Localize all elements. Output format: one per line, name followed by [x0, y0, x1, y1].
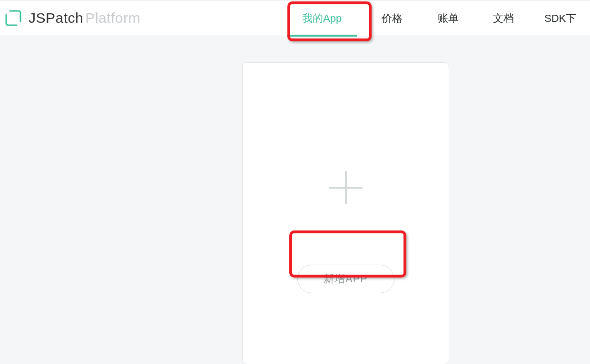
brand-suffix: Platform: [85, 10, 140, 26]
nav-pricing[interactable]: 价格: [364, 0, 421, 37]
nav-my-app[interactable]: 我的App: [282, 0, 362, 37]
brand[interactable]: JSPatchPlatform: [5, 10, 140, 27]
add-app-card: 新增APP: [242, 62, 449, 364]
main: 新增APP: [0, 36, 590, 364]
add-app-button[interactable]: 新增APP: [297, 265, 394, 293]
brand-text: JSPatchPlatform: [29, 10, 140, 26]
top-nav: 我的App 价格 账单 文档 SDK下: [284, 0, 590, 37]
brand-name: JSPatch: [29, 10, 83, 26]
nav-bills[interactable]: 账单: [421, 0, 476, 37]
logo-icon: [5, 10, 22, 27]
nav-sdk-download[interactable]: SDK下: [531, 0, 581, 37]
plus-icon: [329, 171, 363, 204]
header: JSPatchPlatform 我的App 价格 账单 文档 SDK下: [0, 0, 590, 36]
nav-docs[interactable]: 文档: [476, 0, 531, 37]
